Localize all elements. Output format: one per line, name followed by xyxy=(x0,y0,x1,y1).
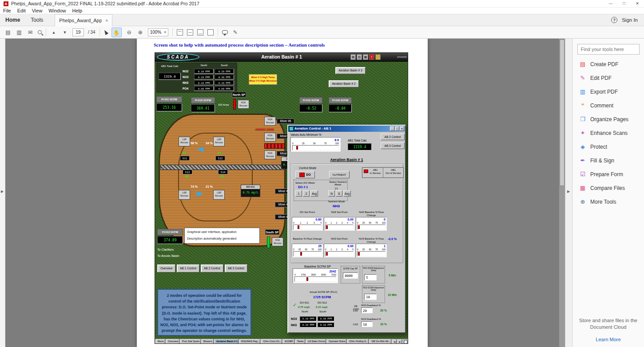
document-tab[interactable]: Phelps_Award_App_... × xyxy=(55,14,112,26)
tool-item[interactable]: ⊕ More Tools xyxy=(572,195,644,209)
valve-514[interactable]: 514 xyxy=(218,170,228,174)
tool-item[interactable]: ✎ Edit PDF xyxy=(572,71,644,85)
scada-taskbar-button[interactable]: Tanks xyxy=(295,339,305,344)
mixer4-hoa-switch[interactable]: HOARemote xyxy=(264,150,276,159)
do-mode-button[interactable]: DO xyxy=(295,171,315,178)
ab-control-button[interactable]: AB 2 Control xyxy=(381,134,405,140)
page-number-input[interactable] xyxy=(72,28,84,36)
scada-alarm-icon[interactable]: ! xyxy=(369,54,374,60)
tab-tools[interactable]: Tools xyxy=(25,17,48,23)
do-meter-button[interactable]: Avg xyxy=(310,190,318,197)
highlighter-icon[interactable]: ✎ xyxy=(232,29,239,35)
setpoint-slider[interactable]: NO3 Baseline % Flow Change 1 0255075100 xyxy=(356,237,387,263)
aeration-control-dialog[interactable]: Aeration Control - AB 1 _ □ × Valves Aut… xyxy=(287,125,406,333)
setpoint-slider[interactable]: Baseline % Flow Change 25 0255075100 xyxy=(292,237,323,263)
no3-delay-input[interactable]: 10 xyxy=(364,294,377,300)
ab1-out-of-service[interactable]: AB1Out of Service xyxy=(383,168,403,177)
do-meter-button[interactable]: 2 xyxy=(303,190,310,197)
select-tool-icon[interactable] xyxy=(103,29,108,35)
taskbar-left-arrow-icon[interactable]: ◄ xyxy=(392,339,397,344)
tool-item[interactable]: ☑ Prepare Form xyxy=(572,167,644,181)
valve-511[interactable]: 511 xyxy=(180,156,190,161)
hand-tool-icon[interactable]: ✋ xyxy=(113,30,120,36)
full-screen-view-icon[interactable] xyxy=(207,29,214,35)
nutrient-meter-button[interactable]: S xyxy=(336,190,342,197)
expand-left-panel-icon[interactable]: ▶ xyxy=(1,189,4,193)
zoom-level-dropdown[interactable]: 100% ▾ xyxy=(148,28,168,36)
document-scrollbar[interactable] xyxy=(559,39,565,347)
setpoint-slider[interactable]: NH3 Baseline % Flow Change 0 0255075100 xyxy=(356,211,387,237)
tool-item[interactable]: ✦ Enhance Scans xyxy=(572,126,644,140)
slider-thumb[interactable] xyxy=(296,146,298,150)
search-icon[interactable] xyxy=(38,30,42,34)
close-button[interactable]: ✕ xyxy=(631,1,644,6)
slider-thumb[interactable] xyxy=(300,252,302,256)
dialog-close-icon[interactable]: × xyxy=(400,126,404,131)
print-icon[interactable]: ▥ xyxy=(16,29,23,35)
scfm-cap-input[interactable]: 4000 xyxy=(343,272,358,279)
zoom-out-icon[interactable]: ⊖ xyxy=(126,29,133,35)
scada-taskbar-button[interactable]: RAS/WAS Pag... xyxy=(239,339,260,344)
scada-user-icon[interactable] xyxy=(375,54,381,60)
slider-thumb[interactable] xyxy=(306,277,308,281)
baseline-scfm-slider[interactable]: 2042 01750350052507000 xyxy=(293,268,338,283)
scada-taskbar-button[interactable]: Chlrn Hndlng S... xyxy=(347,339,369,344)
nh3-delay-input[interactable]: 5 xyxy=(364,274,377,280)
slider-thumb[interactable] xyxy=(298,225,299,229)
south-hoa-switch[interactable]: HOARemote xyxy=(272,237,283,246)
deadband-input[interactable]: 20 xyxy=(361,308,373,313)
ab-control-button[interactable]: AB 3 Control xyxy=(381,142,405,149)
fit-width-view-icon[interactable] xyxy=(197,29,203,35)
tool-item[interactable]: ▦ Compare Files xyxy=(572,181,644,195)
scada-taskbar-button[interactable]: Lift Statn Ovrvw xyxy=(306,339,326,344)
minimize-button[interactable]: — xyxy=(604,1,617,6)
valves-auto-min-slider[interactable]: 8.9 0255075100 xyxy=(290,137,341,152)
valve-513[interactable]: 513 xyxy=(183,170,192,174)
dialog-titlebar[interactable]: Aeration Control - AB 1 _ □ × xyxy=(288,126,405,132)
tool-item[interactable]: ❒ Organize Pages xyxy=(572,112,644,126)
taskbar-right-arrow-icon[interactable]: ► xyxy=(398,339,402,344)
tool-item[interactable]: ◈ Protect xyxy=(572,140,644,154)
tool-item[interactable]: ❝ Comment xyxy=(572,99,644,112)
scada-taskbar-button[interactable]: Menu xyxy=(156,339,165,344)
north-hoa-switch[interactable]: HOA Remote xyxy=(238,100,249,109)
scada-taskbar-button[interactable]: Overview xyxy=(166,339,179,344)
single-page-view-icon[interactable] xyxy=(177,29,183,35)
slider-thumb[interactable] xyxy=(358,225,360,229)
scada-taskbar-button[interactable]: ECSBF xyxy=(283,339,294,344)
tool-item[interactable]: ✒ Fill & Sign xyxy=(572,154,644,167)
slider-thumb[interactable] xyxy=(326,252,328,256)
scada-report-icon[interactable]: ▦ xyxy=(363,54,368,60)
mixer5-hoa-switch[interactable]: HOARemote xyxy=(264,133,276,142)
sign-in-button[interactable]: Sign In xyxy=(622,17,638,23)
scrolling-view-icon[interactable] xyxy=(187,29,193,35)
dialog-maximize-icon[interactable]: □ xyxy=(395,126,399,131)
nutrient-meter-button[interactable]: Avg xyxy=(343,190,351,197)
scada-taskbar-button[interactable]: Chlrn Cntct Ch... xyxy=(261,339,282,344)
setpoint-slider[interactable]: DO Set-Point 0.60 01234 xyxy=(292,211,323,237)
nutrient-meter-button[interactable]: N xyxy=(328,190,335,197)
scada-trend-icon[interactable]: ▥ xyxy=(357,54,362,60)
deadband-input[interactable]: 10 xyxy=(361,321,373,327)
scada-taskbar-button[interactable]: GB Crs Rdn Wt... xyxy=(370,339,391,344)
tab-home[interactable]: Home xyxy=(0,17,25,23)
help-icon[interactable]: ? xyxy=(611,17,617,23)
save-icon[interactable]: ▤ xyxy=(4,29,12,35)
aeration-basin-3-button[interactable]: Aeration Basin # 3 xyxy=(335,67,366,74)
slider-thumb[interactable] xyxy=(358,252,360,256)
previous-page-icon[interactable]: ▲ xyxy=(50,30,57,35)
scada-nav-button[interactable]: AB 2 Control xyxy=(201,264,223,272)
learn-more-link[interactable]: Learn More xyxy=(572,337,644,342)
collapse-right-panel-icon[interactable]: ▶ xyxy=(567,189,570,193)
zoom-in-icon[interactable]: ⊕ xyxy=(137,29,144,35)
right-panel-splitter[interactable]: ▶ xyxy=(565,39,572,347)
scada-taskbar-button[interactable]: Aeration Basin # 1 xyxy=(215,339,239,344)
scrollbar-thumb[interactable] xyxy=(560,39,564,186)
valve-512[interactable]: 512 xyxy=(215,156,225,161)
do-meter-button[interactable]: 1 xyxy=(295,190,302,197)
setpoint-slider[interactable]: NH3 Set-Point 0.00 012345 xyxy=(324,211,355,237)
scada-print-icon[interactable]: ▤ xyxy=(350,54,356,60)
scada-nav-button[interactable]: AB 3 Control xyxy=(225,264,247,272)
lsr-remote-switch[interactable]: LSRRemote xyxy=(213,137,225,146)
ab1-in-service[interactable]: AB1In Service xyxy=(362,168,383,177)
